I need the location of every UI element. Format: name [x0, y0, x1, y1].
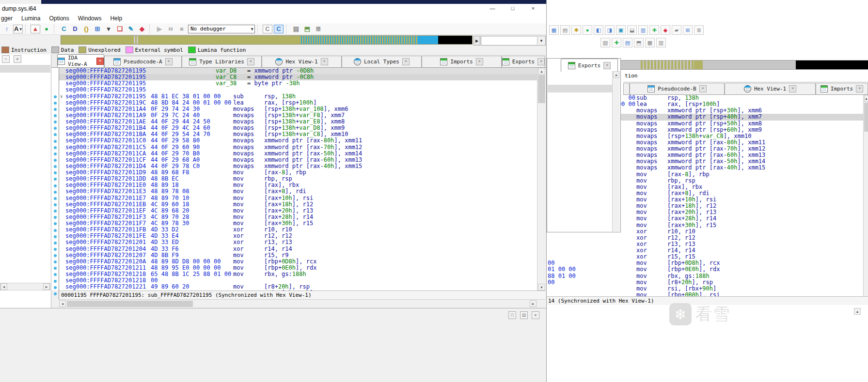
create-function-icon[interactable]: C — [59, 24, 69, 34]
toolbar-icon[interactable]: ▧ — [600, 38, 610, 47]
vscroll-thumb[interactable] — [538, 75, 545, 103]
toolbar-icon[interactable]: ▣ — [616, 25, 626, 35]
toolbar-icon[interactable]: ⊞ — [683, 25, 693, 35]
scroll-right-icon[interactable]: ► — [43, 283, 50, 290]
panel-dock-icon[interactable]: ▫ — [2, 55, 10, 63]
toolbar-icon[interactable]: ◨ — [605, 25, 615, 35]
toolbar-icon[interactable]: ≣ — [694, 25, 704, 35]
exports-selected-row[interactable] — [548, 85, 613, 92]
minimize-button[interactable]: — — [485, 4, 500, 13]
scroll-up-icon[interactable]: ▲ — [613, 71, 619, 78]
listing-row[interactable]: mov[rbp+0B0h], rsi — [547, 292, 863, 296]
tab-type-libraries[interactable]: Type Libraries× — [182, 56, 262, 67]
tab-hex-view-1[interactable]: Hex View-1× — [725, 83, 816, 94]
toolbar-icon[interactable]: ▥ — [656, 38, 666, 47]
listing-row[interactable]: seg000:FFFFAD78272012044D 33 F6xorr14, r… — [59, 246, 537, 252]
close-icon[interactable]: × — [537, 58, 545, 65]
toolbar-icon[interactable]: ▤ — [560, 25, 570, 35]
pause-process-icon[interactable]: ▮▮ — [166, 24, 175, 34]
start-process-icon[interactable]: ▶ — [155, 24, 164, 34]
menu-item-windows[interactable]: Windows — [78, 15, 102, 22]
toolbar-icon[interactable]: ▤ — [623, 38, 632, 47]
close-icon[interactable]: × — [789, 85, 796, 92]
close-icon[interactable]: × — [603, 62, 611, 69]
debugger-select[interactable]: No debugger▼ — [188, 25, 255, 33]
windows-grid-icon[interactable]: ⊞ — [93, 24, 102, 34]
listing-row[interactable]: seg000:FFFFAD78272012014D 33 EDxorr13, r… — [59, 239, 537, 245]
toolbar-icon[interactable]: ▥ — [638, 25, 648, 35]
scroll-up-icon[interactable]: ▲ — [864, 95, 868, 102]
scroll-left-icon[interactable]: ◄ — [59, 300, 66, 307]
close-icon[interactable]: × — [402, 58, 410, 65]
toolbar-icon[interactable]: ▰ — [672, 25, 681, 35]
scroll-up-icon[interactable]: ▲ — [854, 308, 861, 315]
panel-close-icon[interactable]: × — [14, 55, 21, 63]
close-icon[interactable]: × — [247, 58, 254, 65]
tab-imports[interactable]: Imports× — [816, 83, 868, 94]
trace-window-icon[interactable]: ≣ — [314, 24, 323, 34]
menu-item-lumina[interactable]: Lumina — [21, 15, 40, 22]
listing-row[interactable]: seg000:FFFFAD7827201195 — [59, 87, 537, 93]
watch-list-icon[interactable]: ⬒ — [302, 24, 312, 34]
tab-hex-view-1[interactable]: Hex View-1× — [262, 56, 342, 67]
tab-exports[interactable]: Exports× — [502, 56, 545, 67]
toolbar-icon[interactable]: ◆ — [661, 25, 670, 35]
lumina-icon[interactable]: ● — [42, 24, 51, 34]
dropdown-caret-icon[interactable]: ▾ — [104, 24, 113, 34]
nav-marker-icon[interactable]: ▲ — [31, 25, 40, 33]
tab-imports[interactable]: Imports× — [422, 56, 502, 67]
toolbar-icon[interactable]: ▦ — [549, 25, 559, 35]
stop-process-icon[interactable]: ■ — [177, 24, 187, 34]
navband-right-arrow[interactable]: ▶ — [473, 36, 480, 46]
toolbar-icon[interactable]: ✚ — [612, 38, 621, 47]
listing-vscrollbar[interactable]: ▲ ▼ — [537, 68, 545, 290]
listing-row[interactable]: xorr14, r14 — [547, 247, 863, 254]
menu-item-gger[interactable]: gger — [1, 15, 13, 22]
jump-up-icon[interactable]: ↑ — [2, 24, 12, 34]
close-icon[interactable]: × — [321, 58, 328, 65]
tab-exports[interactable]: Exports × — [561, 59, 618, 72]
maximize-button[interactable]: □ — [505, 4, 520, 13]
toolbar-icon[interactable]: ⬓ — [627, 25, 637, 35]
right-listing-vscrollbar[interactable]: ▲ — [863, 95, 868, 296]
vscroll-thumb[interactable] — [864, 103, 868, 132]
stop-sign-icon[interactable]: ◆ — [137, 24, 147, 34]
close-icon[interactable]: × — [165, 58, 173, 65]
attach-icon[interactable]: C — [274, 25, 284, 33]
panel-close-icon[interactable]: × — [532, 311, 539, 319]
toolbar-icon[interactable]: ◧ — [594, 25, 603, 35]
listing-hscrollbar[interactable]: ◄ ► — [59, 299, 545, 308]
tab-local-types[interactable]: Local Types× — [342, 56, 422, 67]
navband-combobox[interactable]: ▼ — [481, 36, 546, 46]
text-options-icon[interactable]: A▾ — [13, 25, 23, 33]
panel-restore-icon[interactable]: □ — [508, 311, 516, 319]
navigation-band[interactable] — [61, 35, 473, 45]
panel-selected-row[interactable] — [0, 65, 50, 73]
exports-vscrollbar[interactable]: ▲ — [612, 71, 620, 231]
selection-icon[interactable]: ❏ — [115, 24, 125, 34]
close-icon[interactable]: × — [856, 85, 863, 92]
chunks-icon[interactable]: {} — [81, 24, 91, 34]
breakpoint-list-icon[interactable]: ▤ — [291, 24, 301, 34]
toolbar-icon[interactable]: ✱ — [571, 25, 581, 35]
toolbar-icon[interactable]: ⬒ — [634, 38, 644, 47]
panel-float-icon[interactable]: ⊡ — [520, 311, 528, 319]
listing-row[interactable]: xorr12, r12 — [547, 235, 863, 241]
hscroll-thumb[interactable] — [67, 301, 193, 307]
menu-item-help[interactable]: Help — [110, 15, 122, 22]
toolbar-icon[interactable]: ▦ — [645, 38, 655, 47]
close-button[interactable]: × — [526, 4, 540, 13]
partial-tab[interactable] — [623, 83, 630, 94]
edit-pencil-icon[interactable]: ✎ — [126, 24, 136, 34]
scroll-down-icon[interactable]: ▼ — [538, 284, 545, 290]
run-cursor-icon[interactable]: C — [263, 25, 272, 33]
close-icon[interactable]: × — [699, 85, 707, 92]
close-icon[interactable]: × — [96, 58, 104, 65]
toolbar-icon[interactable]: ✚ — [649, 25, 659, 35]
function-tail-icon[interactable]: D — [70, 24, 80, 34]
toolbar-icon[interactable]: ● — [583, 25, 592, 35]
scroll-right-icon[interactable]: ► — [530, 300, 537, 307]
scroll-left-icon[interactable]: ◄ — [0, 283, 7, 290]
disassembly-listing[interactable]: seg000:FFFFAD7827201195var_D8 = xmmword … — [59, 68, 537, 290]
menu-item-options[interactable]: Options — [49, 15, 69, 22]
